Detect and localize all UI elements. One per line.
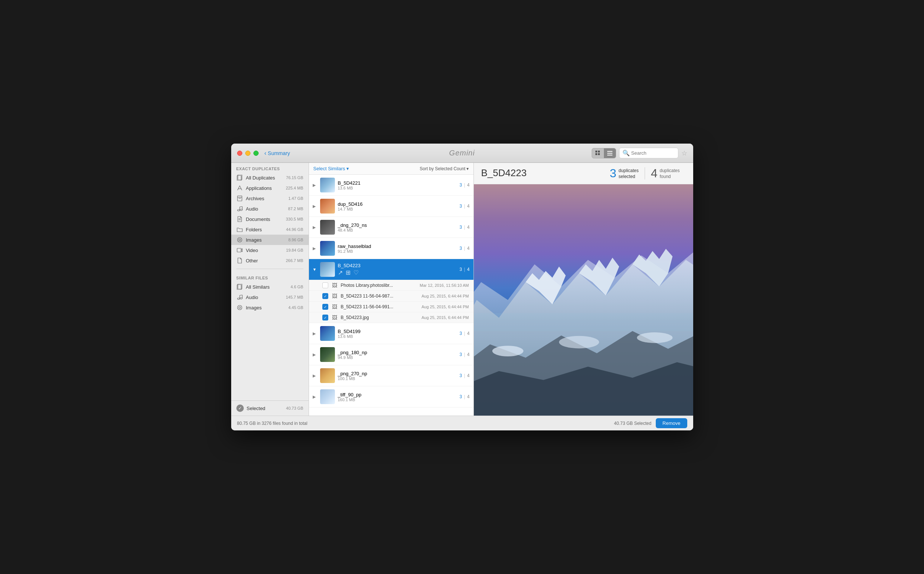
group-size: 48.4 MB bbox=[338, 228, 457, 232]
star-button[interactable]: ☆ bbox=[681, 149, 687, 157]
group-actions: ↗ ⊞ ♡ bbox=[338, 269, 457, 276]
remove-button[interactable]: Remove bbox=[656, 418, 687, 428]
selected-count: 3 bbox=[459, 183, 462, 188]
video-size: 19.84 GB bbox=[286, 248, 303, 252]
sub-row[interactable]: 🖼 B_5D4223.jpg Aug 25, 2015, 6:44:44 PM bbox=[309, 312, 473, 323]
sidebar-item-all-duplicates[interactable]: All Duplicates 76.15 GB bbox=[231, 172, 309, 183]
preview-title: B_5D4223 bbox=[481, 167, 598, 179]
file-checkbox[interactable] bbox=[322, 304, 328, 310]
sidebar-item-folders[interactable]: Folders 44.96 GB bbox=[231, 224, 309, 235]
group-row[interactable]: ▶ _png_180_np 94.9 MB 3 | 4 bbox=[309, 344, 473, 365]
group-row[interactable]: ▶ dup_5D416 14.7 MB 3 | 4 bbox=[309, 196, 473, 217]
sidebar-item-archives[interactable]: Archives 1.47 GB bbox=[231, 193, 309, 203]
arrow-icon: ▶ bbox=[313, 225, 317, 230]
group-thumbnail bbox=[320, 199, 335, 213]
group-thumbnail bbox=[320, 241, 335, 256]
back-button[interactable]: ‹ Summary bbox=[264, 150, 290, 156]
selected-check-icon: ✓ bbox=[236, 405, 244, 412]
found-count: 4 bbox=[467, 331, 470, 336]
group-row[interactable]: ▶ B_5D4199 13.6 MB 3 | 4 bbox=[309, 323, 473, 344]
archives-label: Archives bbox=[246, 196, 286, 201]
file-checkbox[interactable] bbox=[322, 293, 328, 299]
group-row[interactable]: ▶ _dng_270_ns 48.4 MB 3 | 4 bbox=[309, 217, 473, 238]
app-title-text: Gemini bbox=[449, 149, 475, 157]
group-thumbnail bbox=[320, 262, 335, 277]
sub-row[interactable]: 🖼 B_5D4223 11-56-04-987... Aug 25, 2015,… bbox=[309, 291, 473, 302]
sidebar-item-video[interactable]: Video 19.84 GB bbox=[231, 245, 309, 255]
group-size: 14.7 MB bbox=[338, 207, 457, 211]
svg-rect-43 bbox=[474, 314, 693, 331]
file-checkbox[interactable] bbox=[322, 315, 328, 320]
sidebar-item-audio[interactable]: Audio 87.2 MB bbox=[231, 203, 309, 214]
group-name: raw_hasselblad bbox=[338, 243, 457, 249]
svg-point-20 bbox=[237, 238, 242, 242]
group-info: _tiff_90_pp 160.1 MB bbox=[338, 392, 457, 402]
svg-point-40 bbox=[492, 346, 523, 356]
preview-header: B_5D4223 3 duplicatesselected 4 duplicat… bbox=[474, 163, 693, 184]
sub-row[interactable]: 🖼 B_5D4223 11-56-04-991... Aug 25, 2015,… bbox=[309, 302, 473, 312]
preview-pane: B_5D4223 3 duplicatesselected 4 duplicat… bbox=[474, 163, 693, 416]
file-checkbox[interactable] bbox=[322, 282, 328, 288]
sidebar-item-audio-similar[interactable]: Audio 145.7 MB bbox=[231, 292, 309, 302]
group-count: 3 | 4 bbox=[459, 203, 470, 209]
group-count: 3 | 4 bbox=[459, 394, 470, 399]
selected-info: ✓ Selected 40.73 GB bbox=[236, 405, 304, 412]
sidebar-item-all-similars[interactable]: All Similars 4.6 GB bbox=[231, 282, 309, 292]
group-row[interactable]: ▶ _tiff_90_pp 160.1 MB 3 | 4 bbox=[309, 386, 473, 407]
audio-label: Audio bbox=[246, 206, 285, 212]
count-separator: | bbox=[464, 225, 465, 230]
group-thumbnail bbox=[320, 390, 335, 404]
group-row-expanded[interactable]: ▼ B_5D4223 ↗ ⊞ ♡ 3 | 4 bbox=[309, 259, 473, 280]
select-similars-button[interactable]: Select Similars ▾ bbox=[313, 166, 350, 171]
sidebar-item-documents[interactable]: Documents 330.5 MB bbox=[231, 214, 309, 224]
video-icon bbox=[236, 247, 243, 254]
documents-size: 330.5 MB bbox=[286, 217, 303, 221]
group-name: _png_180_np bbox=[338, 350, 457, 355]
toolbar-right: 🔍 ☆ bbox=[592, 148, 687, 158]
file-list-body: ▶ B_5D4221 13.6 MB 3 | 4 ▶ bbox=[309, 175, 473, 416]
minimize-button[interactable] bbox=[245, 151, 250, 156]
sidebar-item-applications[interactable]: Applications 225.4 MB bbox=[231, 183, 309, 193]
count-separator: | bbox=[464, 352, 465, 357]
svg-rect-0 bbox=[595, 151, 597, 153]
search-input[interactable] bbox=[631, 150, 675, 156]
folders-size: 44.96 GB bbox=[286, 227, 303, 232]
group-row[interactable]: ▶ B_5D4221 13.6 MB 3 | 4 bbox=[309, 175, 473, 196]
svg-rect-3 bbox=[598, 153, 600, 155]
group-info: _dng_270_ns 48.4 MB bbox=[338, 222, 457, 232]
search-bar[interactable]: 🔍 bbox=[619, 148, 678, 158]
sidebar-divider bbox=[236, 269, 304, 269]
archives-icon bbox=[236, 195, 243, 202]
maximize-button[interactable] bbox=[253, 151, 259, 156]
action-grid-icon[interactable]: ⊞ bbox=[346, 269, 350, 276]
grid-view-button[interactable] bbox=[592, 148, 604, 158]
exact-duplicates-header: Exact Duplicates bbox=[231, 163, 309, 172]
action-share-icon[interactable]: ↗ bbox=[338, 269, 343, 276]
sub-row[interactable]: 🖼 Photos Library.photoslibr... Mar 12, 2… bbox=[309, 280, 473, 291]
group-count: 3 | 4 bbox=[459, 331, 470, 336]
sidebar-item-other[interactable]: Other 266.7 MB bbox=[231, 255, 309, 266]
close-button[interactable] bbox=[237, 151, 242, 156]
sidebar-item-images[interactable]: Images 8.96 GB bbox=[231, 235, 309, 245]
action-heart-icon[interactable]: ♡ bbox=[353, 269, 359, 276]
sort-button[interactable]: Sort by Selected Count ▾ bbox=[420, 166, 469, 171]
group-row[interactable]: ▶ _png_270_np 100.1 MB 3 | 4 bbox=[309, 365, 473, 386]
group-row[interactable]: ▶ raw_hasselblad 91.2 MB 3 | 4 bbox=[309, 238, 473, 259]
svg-rect-6 bbox=[607, 155, 612, 155]
list-view-button[interactable] bbox=[604, 148, 616, 158]
found-count: 4 bbox=[467, 394, 470, 399]
group-thumbnail bbox=[320, 326, 335, 341]
main-content: Exact Duplicates All Duplicates 76.15 GB bbox=[231, 163, 693, 416]
svg-point-13 bbox=[237, 210, 240, 211]
group-name: B_5D4221 bbox=[338, 180, 457, 186]
svg-point-14 bbox=[240, 209, 242, 211]
file-date: Aug 25, 2015, 6:44:44 PM bbox=[422, 304, 469, 309]
found-stat-block: 4 duplicatesfound bbox=[645, 167, 686, 180]
file-date: Aug 25, 2015, 6:44:44 PM bbox=[422, 294, 469, 298]
all-similars-size: 4.6 GB bbox=[291, 285, 303, 289]
group-name: _png_270_np bbox=[338, 371, 457, 376]
selected-size: 40.73 GB bbox=[286, 406, 303, 410]
file-list-header: Select Similars ▾ Sort by Selected Count… bbox=[309, 163, 473, 175]
sidebar-item-images-similar[interactable]: Images 4.45 GB bbox=[231, 302, 309, 313]
count-separator: | bbox=[464, 183, 465, 188]
